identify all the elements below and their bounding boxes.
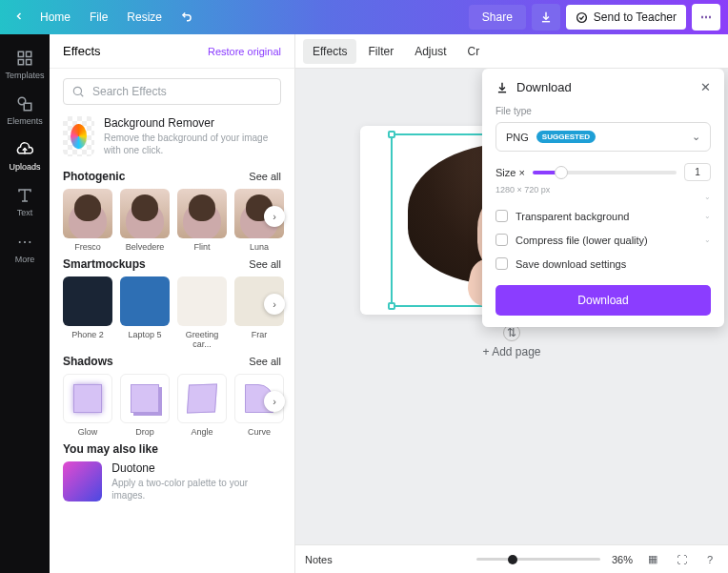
suggested-badge: SUGGESTED	[536, 131, 596, 143]
filetype-label: File type	[495, 106, 711, 116]
resize-handle[interactable]	[388, 302, 395, 310]
download-icon	[495, 81, 509, 94]
chevron-down-icon: ⌄	[692, 131, 700, 143]
zoom-slider[interactable]	[476, 558, 600, 561]
send-teacher-label: Send to Teacher	[594, 10, 677, 24]
rail-templates[interactable]: Templates	[0, 42, 50, 88]
svg-rect-7	[24, 103, 31, 111]
tab-filter[interactable]: Filter	[358, 39, 403, 64]
more-button[interactable]: ⋯	[692, 4, 720, 31]
bg-remover-title: Background Remover	[104, 116, 281, 130]
download-popover: Download ✕ File type PNG SUGGESTED ⌄ Siz…	[482, 69, 724, 327]
rail-label: Uploads	[9, 162, 40, 172]
canvas-toolbar: Effects Filter Adjust Cr	[295, 34, 728, 69]
shadow-card[interactable]: Angle	[177, 374, 227, 437]
bg-remover-icon	[63, 116, 94, 156]
notes-button[interactable]: Notes	[305, 554, 333, 565]
shadows-row: Glow Drop Angle Curve ›	[63, 374, 281, 437]
canvas-area: Effects Filter Adjust Cr	[295, 34, 728, 573]
chevron-down-icon: ⌄	[704, 212, 711, 220]
checkbox-icon	[495, 210, 508, 222]
restore-original-link[interactable]: Restore original	[208, 46, 281, 57]
download-button[interactable]: Download	[495, 285, 711, 316]
uploads-icon	[16, 141, 33, 158]
rail-label: Templates	[5, 71, 44, 80]
check-circle-icon	[576, 11, 588, 24]
dimensions-text: 1280 × 720 px	[495, 185, 711, 194]
chevron-down-icon: ⌄	[704, 193, 711, 201]
size-slider[interactable]	[533, 171, 677, 174]
compress-checkbox[interactable]: Compress file (lower quality) ⌄	[495, 228, 711, 252]
menu-file[interactable]: File	[80, 10, 117, 24]
undo-button[interactable]	[175, 10, 198, 26]
shadow-card[interactable]: Glow	[63, 374, 112, 437]
smartmockups-row: Phone 2 Laptop 5 Greeting car... Frar ›	[63, 276, 281, 349]
tab-effects[interactable]: Effects	[303, 39, 356, 64]
resize-handle[interactable]	[388, 131, 395, 138]
effect-card[interactable]: Flint	[177, 189, 227, 252]
duotone-title: Duotone	[111, 461, 281, 475]
effect-card[interactable]: Fresco	[63, 189, 112, 252]
shadow-card[interactable]: Drop	[120, 374, 170, 437]
scroll-right-button[interactable]: ›	[264, 294, 285, 315]
add-page-button[interactable]: + Add page	[482, 345, 540, 358]
svg-rect-5	[27, 60, 31, 65]
section-smartmockups-title: Smartmockups	[63, 257, 146, 271]
rail-label: Elements	[7, 116, 43, 126]
rail-uploads[interactable]: Uploads	[0, 133, 50, 179]
svg-rect-4	[18, 60, 23, 65]
top-bar: Home File Resize Share Send to Teacher ⋯	[0, 0, 728, 34]
help-icon[interactable]: ?	[701, 554, 718, 565]
section-photogenic-title: Photogenic	[63, 170, 125, 183]
photogenic-row: Fresco Belvedere Flint Luna ›	[63, 189, 281, 252]
close-icon[interactable]: ✕	[700, 80, 711, 94]
back-button[interactable]	[8, 10, 30, 25]
duotone-card[interactable]: Duotone Apply a two-color palette to you…	[63, 461, 281, 501]
menu-home[interactable]: Home	[30, 10, 80, 24]
tab-adjust[interactable]: Adjust	[405, 39, 455, 64]
search-placeholder: Search Effects	[92, 85, 167, 98]
filetype-select[interactable]: PNG SUGGESTED ⌄	[495, 122, 711, 152]
rail-more[interactable]: ⋯ More	[0, 225, 50, 272]
svg-rect-2	[18, 51, 23, 56]
share-button[interactable]: Share	[469, 5, 526, 30]
chevron-down-icon: ⌄	[704, 235, 711, 244]
rail-elements[interactable]: Elements	[0, 88, 50, 133]
text-icon	[16, 187, 33, 204]
svg-point-11	[73, 87, 81, 94]
checkbox-icon	[495, 234, 508, 246]
rail-text[interactable]: Text	[0, 179, 50, 225]
transparent-checkbox[interactable]: Transparent background ⌄	[495, 204, 711, 228]
background-remover-card[interactable]: Background Remover Remove the background…	[63, 116, 281, 156]
see-all-link[interactable]: See all	[249, 356, 281, 367]
filetype-value: PNG	[506, 132, 529, 143]
download-icon-button[interactable]	[532, 4, 560, 31]
duotone-desc: Apply a two-color palette to your images…	[111, 477, 281, 501]
menu-resize[interactable]: Resize	[117, 10, 172, 24]
grid-view-icon[interactable]: ▦	[644, 553, 661, 565]
scroll-right-button[interactable]: ›	[264, 391, 285, 412]
section-ymal-title: You may also like	[63, 442, 158, 456]
svg-line-12	[80, 93, 83, 96]
elements-icon	[16, 95, 33, 113]
send-teacher-button[interactable]: Send to Teacher	[566, 5, 686, 30]
mockup-card[interactable]: Phone 2	[63, 276, 112, 349]
save-settings-checkbox[interactable]: Save download settings	[495, 252, 711, 276]
zoom-value: 36%	[612, 554, 633, 565]
scroll-right-button[interactable]: ›	[264, 206, 285, 227]
size-number-input[interactable]: 1	[684, 163, 711, 181]
rail-label: More	[15, 255, 35, 264]
tab-crop[interactable]: Cr	[458, 39, 490, 64]
bottom-bar: Notes 36% ▦ ⛶ ?	[295, 544, 728, 573]
checkbox-icon	[495, 257, 508, 270]
fullscreen-icon[interactable]: ⛶	[673, 554, 690, 565]
effect-card[interactable]: Belvedere	[120, 189, 170, 252]
popover-title: Download	[516, 80, 572, 94]
see-all-link[interactable]: See all	[249, 258, 281, 270]
bg-remover-desc: Remove the background of your image with…	[104, 132, 281, 156]
search-input[interactable]: Search Effects	[63, 78, 281, 105]
mockup-card[interactable]: Greeting car...	[177, 276, 227, 349]
section-shadows-title: Shadows	[63, 355, 113, 368]
mockup-card[interactable]: Laptop 5	[120, 276, 170, 349]
see-all-link[interactable]: See all	[249, 171, 281, 182]
